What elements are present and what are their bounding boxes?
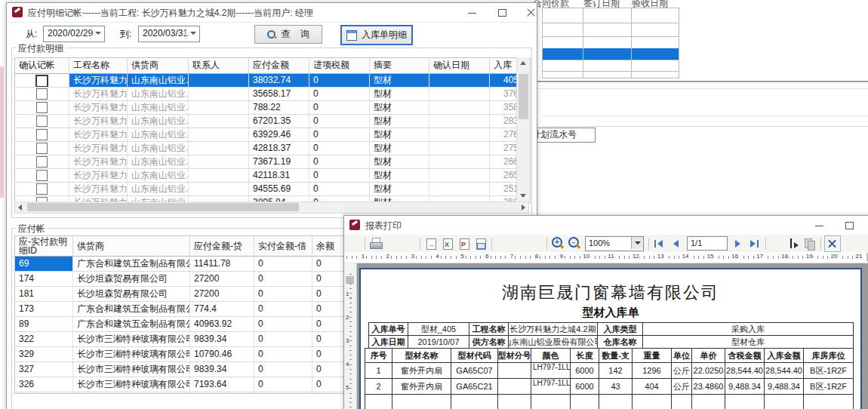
table-cell[interactable]: 67201.35 — [249, 115, 309, 128]
table-cell[interactable]: 0 — [309, 155, 370, 168]
table-cell[interactable] — [583, 71, 631, 78]
table-cell[interactable]: 长沙万科魅力... — [69, 155, 128, 168]
checkbox-cell[interactable] — [15, 155, 69, 168]
table-row[interactable]: 89广东合和建筑五金制品有限公司40963.9200 — [15, 317, 349, 332]
table-cell[interactable]: 69 — [15, 257, 73, 271]
table-row[interactable] — [542, 71, 679, 78]
table-cell[interactable]: 0 — [254, 332, 312, 346]
checkbox-cell[interactable] — [15, 183, 69, 195]
payable-titlebar[interactable]: 应付明细记帐------当前工程: 长沙万科魅力之城4.2期------当前用户… — [7, 3, 537, 23]
report-design-icon[interactable] — [346, 236, 362, 251]
checkbox[interactable] — [36, 156, 48, 168]
table-cell[interactable]: 275 — [490, 142, 517, 155]
table-cell[interactable]: 0 — [309, 183, 370, 195]
column-header[interactable]: 应付金额 — [249, 58, 309, 73]
table-row[interactable]: 173广东合和建筑五金制品有限公司774.400 — [15, 302, 349, 317]
column-header[interactable]: 入库 — [490, 58, 517, 73]
table-cell[interactable]: 0 — [254, 347, 312, 361]
table-cell[interactable] — [543, 48, 583, 60]
hand-tool-icon[interactable] — [769, 236, 784, 251]
table-row[interactable] — [542, 60, 679, 72]
two-page-view-icon[interactable] — [495, 236, 510, 251]
table-cell[interactable]: 42818.37 — [249, 142, 309, 155]
checkbox[interactable] — [36, 143, 48, 154]
table-cell[interactable]: 405 — [490, 74, 517, 87]
to-date-combo[interactable]: 2020/03/31 — [138, 26, 200, 42]
table-cell[interactable] — [583, 48, 631, 60]
plan-serial-field[interactable]: 计划流水号 — [528, 128, 596, 143]
table-cell[interactable]: 广东合和建筑五金制品有限公司 — [73, 302, 190, 316]
table-row[interactable]: 326长沙市三湘特种玻璃有限公司7193.6400 — [15, 377, 349, 392]
table-cell[interactable]: 174 — [15, 272, 73, 286]
checkbox-cell[interactable] — [15, 101, 69, 114]
table-cell[interactable]: 长沙坦森贸易有限公司 — [73, 272, 190, 286]
column-header[interactable]: 工程名称 — [69, 58, 128, 73]
zoom-in-icon[interactable] — [550, 236, 565, 251]
table-cell[interactable]: 0 — [309, 101, 370, 114]
table-cell[interactable]: 山东南山铝业... — [128, 142, 189, 155]
table-cell[interactable]: 322 — [15, 332, 73, 346]
table-cell[interactable] — [543, 36, 583, 48]
checkbox-cell[interactable] — [15, 115, 69, 128]
minimize-icon[interactable] — [460, 3, 485, 22]
table-cell[interactable]: 0 — [254, 317, 312, 331]
chevron-down-icon[interactable] — [631, 237, 643, 249]
checkbox[interactable] — [36, 115, 48, 127]
table-row[interactable]: 长沙万科魅力...山东南山铝业...63929.460型材276 — [15, 128, 530, 142]
table-cell[interactable]: 长沙万科魅力... — [69, 142, 128, 155]
table-cell[interactable] — [189, 115, 249, 128]
table-cell[interactable] — [429, 115, 490, 128]
table-cell[interactable]: 0 — [254, 272, 312, 286]
table-cell[interactable]: 11411.78 — [190, 257, 254, 271]
table-row[interactable]: 长沙万科魅力...山东南山铝业...73671.190型材266 — [15, 155, 530, 169]
table-row[interactable]: 长沙市三湘特种玻璃有限公司 — [15, 392, 349, 394]
table-cell[interactable]: 型材 — [370, 101, 429, 114]
table-row[interactable]: 327长沙市三湘特种玻璃有限公司9839.3400 — [15, 362, 349, 377]
table-cell[interactable] — [583, 60, 631, 71]
scrollbar-thumb[interactable] — [519, 74, 528, 119]
table-cell[interactable]: 0 — [254, 362, 312, 377]
table-cell[interactable]: 173 — [15, 302, 73, 316]
table-row[interactable]: 329长沙市三湘特种玻璃有限公司10790.4600 — [15, 347, 349, 362]
table-cell[interactable]: 长沙市三湘特种玻璃有限公司 — [73, 332, 190, 346]
table-row[interactable]: 181长沙坦森贸易有限公司2720000 — [15, 287, 349, 302]
print-setup-tools-icon[interactable] — [402, 236, 417, 251]
table-cell[interactable]: 0 — [254, 287, 312, 301]
table-cell[interactable] — [632, 36, 679, 48]
table-cell[interactable]: 42118.31 — [249, 169, 309, 182]
table-cell[interactable]: 7193.64 — [190, 377, 254, 392]
multi-page-view-icon[interactable] — [528, 236, 543, 251]
table-cell[interactable]: 山东南山铝业... — [128, 183, 189, 195]
table-cell[interactable]: 长沙万科魅力... — [69, 88, 128, 100]
table-cell[interactable]: 251 — [490, 183, 517, 195]
table-cell[interactable]: 9839.34 — [190, 332, 254, 346]
table-cell[interactable]: 山东南山铝业... — [128, 155, 189, 168]
table-cell[interactable]: 型材 — [370, 169, 429, 182]
prev-page-icon[interactable] — [669, 236, 684, 251]
table-cell[interactable] — [189, 128, 249, 141]
close-icon[interactable] — [865, 216, 868, 235]
checkbox-cell[interactable] — [15, 74, 69, 87]
table-row[interactable]: 长沙万科魅力...山东南山铝业...67201.350型材283 — [15, 115, 530, 128]
checkbox[interactable] — [36, 102, 48, 113]
column-header[interactable]: 供货商 — [128, 58, 189, 73]
export-pdf-icon[interactable] — [457, 236, 472, 251]
table-cell[interactable]: 40963.92 — [190, 317, 254, 331]
table-cell[interactable]: 276 — [490, 128, 517, 141]
table-cell[interactable]: 山东南山铝业... — [128, 88, 189, 100]
table-row[interactable] — [542, 36, 679, 49]
first-page-icon[interactable] — [652, 236, 667, 251]
table-cell[interactable]: 长沙万科魅力... — [69, 101, 128, 114]
checkbox-cell[interactable] — [15, 169, 69, 182]
table-cell[interactable]: 788.22 — [249, 101, 309, 114]
table-cell[interactable]: 广东合和建筑五金制品有限公司 — [73, 317, 190, 331]
table-cell[interactable]: 长沙万科魅力... — [69, 183, 128, 195]
table-cell[interactable]: 94555.69 — [249, 183, 309, 195]
checkbox-cell[interactable] — [15, 142, 69, 155]
table-cell[interactable]: 长沙市三湘特种玻璃有限公司 — [73, 347, 190, 361]
table-cell[interactable] — [190, 392, 254, 394]
table-cell[interactable]: 181 — [15, 287, 73, 301]
column-header[interactable]: 供货商 — [73, 236, 190, 256]
table-cell[interactable] — [189, 101, 249, 114]
table-cell[interactable]: 型材 — [370, 88, 429, 100]
